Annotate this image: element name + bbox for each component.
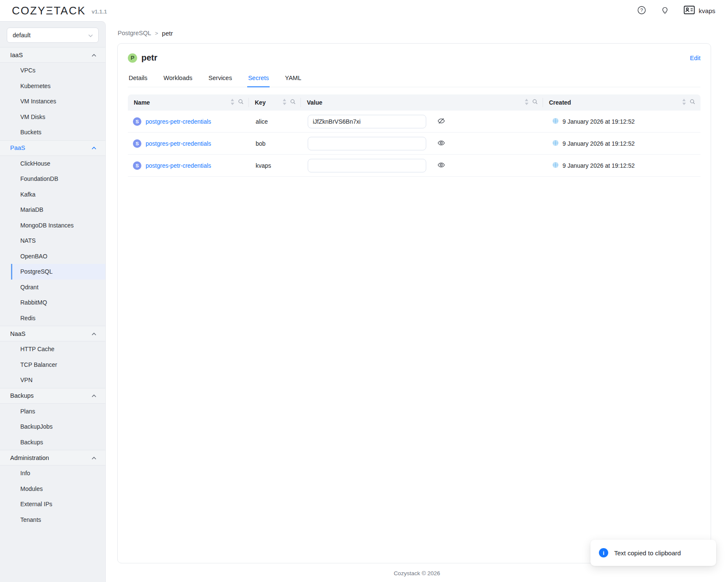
secret-badge: S [133,117,141,126]
sidebar-item-kafka[interactable]: Kafka [0,187,105,202]
page-title: petr [141,53,157,63]
card-header: P petr Edit [128,44,700,63]
resource-card: P petr Edit Details Workloads Services S… [117,43,711,563]
sidebar-item-tcp-balancer[interactable]: TCP Balancer [0,357,105,373]
sidebar-item-redis[interactable]: Redis [0,310,105,326]
sidebar-item-foundationdb[interactable]: FoundationDB [0,171,105,187]
workspace-select[interactable]: default [7,28,99,43]
chevron-up-icon [91,144,97,151]
secret-value-input[interactable] [308,159,426,172]
sidebar-item-label: Tenants [20,516,41,523]
secret-badge: S [133,139,141,148]
search-icon[interactable] [290,99,296,106]
sidebar-item-vm-disks[interactable]: VM Disks [0,109,105,125]
secret-name-link[interactable]: postgres-petr-credentials [146,118,211,125]
sidebar-item-label: Kubernetes [20,83,51,89]
sidebar-item-label: Plans [20,408,35,415]
hide-value-button[interactable] [437,117,445,126]
sidebar-item-vm-instances[interactable]: VM Instances [0,94,105,109]
breadcrumb-parent[interactable]: PostgreSQL [118,30,151,36]
sidebar-item-qdrant[interactable]: Qdrant [0,280,105,295]
sidebar-item-nats[interactable]: NATS [0,233,105,249]
help-button[interactable]: ? [637,6,646,16]
chevron-down-icon [88,32,93,39]
theme-toggle-button[interactable] [661,6,669,16]
sidebar-item-label: OpenBAO [20,253,47,260]
sidebar-section-naas[interactable]: NaaS [0,326,105,341]
tab-details[interactable]: Details [128,70,148,87]
sidebar-section-iaas[interactable]: IaaS [0,47,105,63]
sidebar-item-label: VM Instances [20,98,56,105]
search-icon[interactable] [689,99,695,106]
sidebar-item-plans[interactable]: Plans [0,404,105,419]
sidebar-item-clickhouse[interactable]: ClickHouse [0,156,105,172]
secret-name-link[interactable]: postgres-petr-credentials [146,162,211,169]
sidebar-item-vpcs[interactable]: VPCs [0,63,105,78]
svg-text:?: ? [640,7,643,12]
sidebar-item-postgresql[interactable]: PostgreSQL [11,264,105,280]
sidebar-item-label: FoundationDB [20,175,58,182]
sidebar-item-label: VM Disks [20,114,45,120]
globe-icon [552,161,559,170]
app-logo: COZYΞTACK [12,4,86,17]
main-content: PostgreSQL > petr P petr Edit Details Wo… [106,21,728,582]
table-row: S postgres-petr-credentials bob [128,133,700,155]
info-icon: i [599,548,608,557]
created-timestamp: 9 January 2026 at 19:12:52 [563,118,634,125]
sidebar-item-info[interactable]: Info [0,466,105,481]
sidebar-item-mongodb-instances[interactable]: MongoDB Instances [0,218,105,233]
topbar-actions: ? [637,6,715,16]
column-label: Key [255,99,266,106]
sort-icon[interactable] [524,99,529,107]
sidebar-item-buckets[interactable]: Buckets [0,125,105,140]
sidebar-item-mariadb[interactable]: MariaDB [0,202,105,218]
id-card-icon [684,6,695,16]
sidebar-section-administration[interactable]: Administration [0,450,105,466]
sort-icon[interactable] [682,99,686,107]
sort-icon[interactable] [282,99,287,107]
sidebar-item-external-ips[interactable]: External IPs [0,496,105,512]
sidebar-item-http-cache[interactable]: HTTP Cache [0,341,105,357]
eye-off-icon [437,117,445,126]
sidebar-item-modules[interactable]: Modules [0,481,105,497]
sidebar-item-openbao[interactable]: OpenBAO [0,249,105,264]
column-header-key: Key [249,94,301,111]
sort-icon[interactable] [230,99,234,107]
chevron-up-icon [91,392,97,399]
secret-key: alice [249,118,301,125]
question-circle-icon: ? [637,6,646,16]
footer-text: Cozystack © 2026 [106,570,728,576]
column-header-name: Name [128,94,249,111]
sidebar-item-vpn[interactable]: VPN [0,372,105,388]
show-value-button[interactable] [437,161,445,170]
search-icon[interactable] [532,99,538,106]
sidebar-item-tenants[interactable]: Tenants [0,512,105,528]
tab-workloads[interactable]: Workloads [163,70,193,87]
secret-name-link[interactable]: postgres-petr-credentials [146,140,211,147]
show-value-button[interactable] [437,139,445,148]
column-label: Value [307,99,323,106]
tab-secrets[interactable]: Secrets [247,70,270,87]
sidebar-item-backups[interactable]: Backups [0,435,105,450]
sidebar-item-label: VPCs [20,67,36,74]
sidebar-item-kubernetes[interactable]: Kubernetes [0,78,105,94]
search-icon[interactable] [238,99,244,106]
sidebar-item-label: VPN [20,377,33,383]
secret-value-input[interactable] [308,137,426,150]
sidebar-section-paas[interactable]: PaaS [0,140,105,156]
sidebar-item-backupjobs[interactable]: BackupJobs [0,419,105,435]
column-header-created: Created [543,94,700,111]
sidebar-item-label: Info [20,470,30,477]
tab-yaml[interactable]: YAML [284,70,302,87]
created-timestamp: 9 January 2026 at 19:12:52 [563,140,634,147]
username-label: kvaps [699,7,715,14]
sidebar-item-rabbitmq[interactable]: RabbitMQ [0,295,105,310]
sidebar-item-label: BackupJobs [20,423,52,430]
user-menu[interactable]: kvaps [684,6,715,16]
secret-value-input[interactable] [308,115,426,128]
edit-button[interactable]: Edit [690,55,700,61]
tab-bar: Details Workloads Services Secrets YAML [128,70,700,87]
tab-services[interactable]: Services [208,70,233,87]
sidebar-item-label: PostgreSQL [20,268,52,275]
sidebar-section-backups[interactable]: Backups [0,388,105,404]
